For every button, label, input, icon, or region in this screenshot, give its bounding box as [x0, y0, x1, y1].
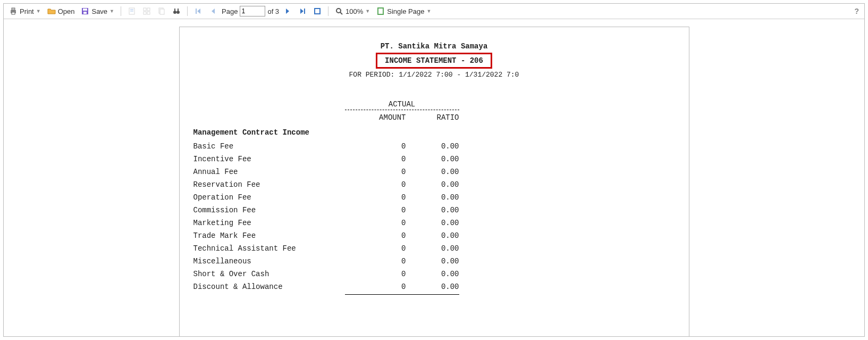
page-total: of 3 — [267, 7, 279, 15]
row-desc: Miscellaneous — [193, 257, 353, 266]
table-row: Technical Assistant Fee00.00 — [193, 242, 459, 255]
svg-rect-1 — [12, 8, 15, 10]
svg-rect-2 — [12, 12, 15, 14]
table-row: Trade Mark Fee00.00 — [193, 229, 459, 242]
svg-rect-19 — [196, 9, 197, 14]
table-row: Annual Fee00.00 — [193, 165, 459, 178]
magnifier-icon — [335, 7, 343, 15]
print-button[interactable]: Print ▼ — [7, 6, 43, 16]
last-page-button[interactable] — [296, 6, 309, 16]
page-label: Page — [222, 7, 238, 15]
caret-icon: ▼ — [36, 9, 41, 14]
col-header-ratio: RATIO — [406, 113, 459, 122]
row-ratio: 0.00 — [406, 219, 459, 227]
svg-rect-10 — [147, 8, 150, 11]
separator — [187, 6, 188, 16]
row-ratio: 0.00 — [406, 142, 459, 151]
row-desc: Marketing Fee — [193, 219, 353, 227]
fullscreen-icon — [313, 7, 322, 15]
report-title-highlight: INCOME STATEMENT - 206 — [376, 53, 492, 69]
page-input[interactable] — [240, 6, 265, 16]
row-amount: 0 — [353, 206, 406, 214]
svg-rect-14 — [160, 9, 164, 14]
open-label: Open — [58, 7, 75, 15]
binoculars-icon — [172, 7, 181, 15]
row-ratio: 0.00 — [406, 180, 459, 189]
row-desc: Reservation Fee — [193, 180, 353, 189]
prev-page-button[interactable] — [207, 6, 220, 16]
zoom-label: 100% — [345, 7, 363, 15]
report-period: FOR PERIOD: 1/1/2022 7:00 - 1/31/2022 7:… — [193, 71, 675, 79]
row-desc: Discount & Allowance — [193, 283, 353, 291]
caret-icon: ▼ — [365, 9, 370, 14]
single-page-icon — [376, 7, 385, 15]
view-mode-button[interactable]: Single Page ▼ — [374, 6, 433, 16]
section-title: Management Contract Income — [193, 128, 459, 137]
separator — [121, 6, 121, 16]
print-label: Print — [20, 7, 34, 15]
row-amount: 0 — [353, 193, 406, 202]
svg-rect-8 — [130, 11, 133, 12]
table-row: Short & Over Cash00.00 — [193, 268, 459, 280]
col-group-actual: ACTUAL — [345, 100, 459, 110]
row-amount: 0 — [353, 168, 406, 176]
company-name: PT. Santika Mitra Samaya — [193, 42, 675, 51]
next-page-button[interactable] — [281, 6, 294, 16]
svg-line-24 — [340, 12, 342, 14]
last-page-icon — [298, 7, 307, 15]
parameters-button[interactable] — [125, 6, 138, 16]
row-ratio: 0.00 — [406, 270, 459, 278]
row-ratio: 0.00 — [406, 193, 459, 202]
subtotal-rule — [345, 294, 459, 295]
svg-rect-11 — [144, 12, 146, 14]
row-desc: Annual Fee — [193, 168, 353, 176]
fullscreen-button[interactable] — [311, 6, 324, 16]
svg-rect-17 — [174, 9, 175, 11]
toolbar: Print ▼ Open Save ▼ — [4, 4, 864, 19]
table-row: Incentive Fee00.00 — [193, 153, 459, 165]
thumbnails-button[interactable] — [140, 6, 153, 16]
open-button[interactable]: Open — [45, 6, 77, 16]
row-ratio: 0.00 — [406, 231, 459, 240]
row-desc: Commission Fee — [193, 206, 353, 214]
row-desc: Trade Mark Fee — [193, 231, 353, 240]
svg-rect-22 — [315, 9, 319, 13]
svg-rect-5 — [83, 12, 87, 14]
svg-rect-12 — [147, 12, 150, 14]
row-ratio: 0.00 — [406, 283, 459, 291]
row-desc: Operation Fee — [193, 193, 353, 202]
find-button[interactable] — [170, 6, 183, 16]
first-page-button[interactable] — [192, 6, 205, 16]
row-ratio: 0.00 — [406, 206, 459, 214]
view-mode-label: Single Page — [387, 7, 424, 15]
copy-button[interactable] — [155, 6, 168, 16]
row-desc: Incentive Fee — [193, 155, 353, 163]
zoom-button[interactable]: 100% ▼ — [333, 6, 372, 16]
table-row: Marketing Fee00.00 — [193, 217, 459, 229]
caret-icon: ▼ — [426, 9, 431, 14]
table-row: Miscellaneous00.00 — [193, 255, 459, 268]
svg-rect-4 — [83, 9, 87, 11]
svg-rect-25 — [378, 8, 383, 14]
svg-rect-20 — [304, 9, 305, 14]
report-viewer-frame: Print ▼ Open Save ▼ — [3, 3, 865, 337]
help-button[interactable]: ? — [854, 7, 859, 15]
row-amount: 0 — [353, 270, 406, 278]
row-amount: 0 — [353, 155, 406, 163]
row-ratio: 0.00 — [406, 155, 459, 163]
table-row: Commission Fee00.00 — [193, 204, 459, 217]
row-amount: 0 — [353, 257, 406, 266]
document-viewer[interactable]: PT. Santika Mitra Samaya INCOME STATEMEN… — [4, 19, 864, 337]
next-page-icon — [283, 7, 292, 15]
table-row: Operation Fee00.00 — [193, 191, 459, 204]
copy-icon — [157, 7, 166, 15]
row-desc: Technical Assistant Fee — [193, 244, 353, 253]
save-icon — [81, 7, 89, 15]
printer-icon — [9, 7, 18, 15]
svg-rect-18 — [178, 9, 179, 11]
row-amount: 0 — [353, 142, 406, 151]
save-label: Save — [91, 7, 107, 15]
row-amount: 0 — [353, 231, 406, 240]
save-button[interactable]: Save ▼ — [79, 6, 116, 16]
row-amount: 0 — [353, 219, 406, 227]
